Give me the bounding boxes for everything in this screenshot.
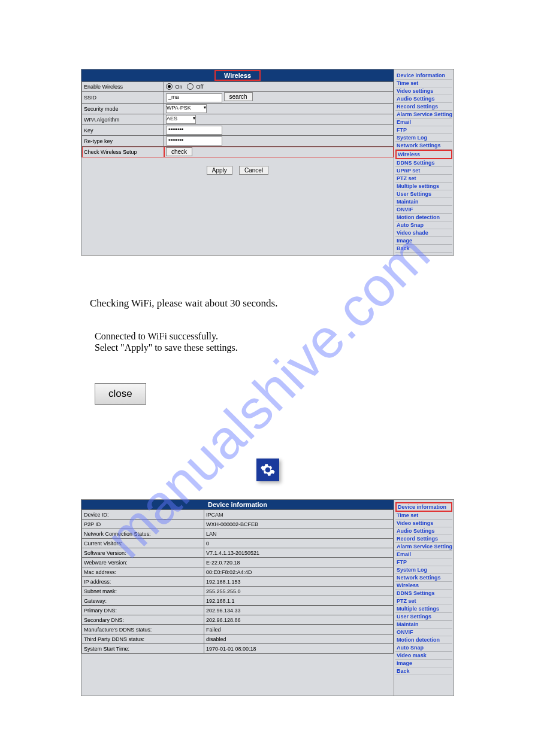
checking-wifi-text: Checking WiFi, please wait about 30 seco… xyxy=(90,297,535,309)
retype-key-input[interactable]: •••••••• xyxy=(166,136,222,145)
label-retype-key: Re-type key xyxy=(82,136,164,147)
sidebar-item-auto-snap[interactable]: Auto Snap xyxy=(395,644,452,652)
info-value: disabled xyxy=(204,634,394,644)
sidebar-item-audio-settings[interactable]: Audio Settings xyxy=(395,95,452,103)
sidebar-item-record-settings[interactable]: Record Settings xyxy=(395,103,452,111)
radio-off-label: Off xyxy=(197,84,204,90)
wireless-sidebar: Device informationTime setVideo settings… xyxy=(394,69,454,255)
info-value: 255.255.255.0 xyxy=(204,587,394,596)
sidebar-item-ptz-set[interactable]: PTZ set xyxy=(395,597,452,605)
radio-off[interactable] xyxy=(187,83,194,90)
sidebar-item-network-settings[interactable]: Network Settings xyxy=(395,574,452,582)
gear-icon xyxy=(256,459,279,481)
info-label: Gateway: xyxy=(82,596,204,606)
info-value: LAN xyxy=(204,529,394,539)
label-security-mode: Security mode xyxy=(82,104,164,114)
sidebar-item-ddns-settings[interactable]: DDNS Settings xyxy=(395,590,452,597)
sidebar-item-ftp[interactable]: FTP xyxy=(395,558,452,566)
sidebar-item-video-settings[interactable]: Video settings xyxy=(395,520,452,527)
connected-text-block: Connected to WiFi successfully. Select "… xyxy=(95,330,535,353)
sidebar-item-maintain[interactable]: Maintain xyxy=(395,621,452,629)
sidebar-item-alarm-service-settings[interactable]: Alarm Service Settings xyxy=(395,543,452,551)
info-label: Secondary DNS: xyxy=(82,615,204,625)
info-label: Webware Version: xyxy=(82,558,204,567)
sidebar-item-onvif[interactable]: ONVIF xyxy=(395,629,452,636)
sidebar-item-upnp-set[interactable]: UPnP set xyxy=(395,167,452,175)
apply-button[interactable]: Apply xyxy=(207,166,232,175)
sidebar-item-video-settings[interactable]: Video settings xyxy=(395,87,452,95)
sidebar-item-image[interactable]: Image xyxy=(395,660,452,667)
close-button[interactable]: close xyxy=(95,383,146,405)
sidebar-item-motion-detection[interactable]: Motion detection xyxy=(395,636,452,644)
sidebar-item-video-shade[interactable]: Video shade xyxy=(395,229,452,237)
sidebar-item-user-settings[interactable]: User Settings xyxy=(395,190,452,198)
info-value: V7.1.4.1.13-20150521 xyxy=(204,548,394,558)
sidebar-item-device-information[interactable]: Device information xyxy=(395,502,452,512)
info-value: E-22.0.720.18 xyxy=(204,558,394,567)
sidebar-item-auto-snap[interactable]: Auto Snap xyxy=(395,221,452,229)
sidebar-item-wireless[interactable]: Wireless xyxy=(395,150,452,159)
wireless-titlebar: Wireless xyxy=(81,69,394,81)
info-label: Device ID: xyxy=(82,510,204,520)
sidebar-item-motion-detection[interactable]: Motion detection xyxy=(395,214,452,221)
info-value: IPCAM xyxy=(204,510,394,520)
sidebar-item-user-settings[interactable]: User Settings xyxy=(395,613,452,621)
sidebar-item-email[interactable]: Email xyxy=(395,551,452,558)
sidebar-item-multiple-settings[interactable]: Multiple settings xyxy=(395,605,452,613)
sidebar-item-ftp[interactable]: FTP xyxy=(395,126,452,134)
info-label: IP address: xyxy=(82,577,204,587)
info-label: Network Connection Status: xyxy=(82,529,204,539)
info-label: Manufacture's DDNS status: xyxy=(82,625,204,634)
info-value: 202.96.128.86 xyxy=(204,615,394,625)
ssid-input[interactable]: _ma xyxy=(166,93,222,102)
info-label: Mac address: xyxy=(82,567,204,577)
info-value: Failed xyxy=(204,625,394,634)
label-wpa-algorithm: WPA Algorithm xyxy=(82,114,164,125)
radio-on[interactable] xyxy=(166,83,173,90)
wireless-panel: Wireless Enable Wireless On Off SSID xyxy=(81,69,454,256)
sidebar-item-back[interactable]: Back xyxy=(395,245,452,253)
sidebar-item-image[interactable]: Image xyxy=(395,237,452,245)
info-label: Current Visitors: xyxy=(82,539,204,548)
info-label: Primary DNS: xyxy=(82,606,204,615)
sidebar-item-wireless[interactable]: Wireless xyxy=(395,582,452,590)
connected-text: Connected to WiFi successfully. xyxy=(95,330,535,342)
sidebar-item-record-settings[interactable]: Record Settings xyxy=(395,535,452,543)
label-check-setup: Check Wireless Setup xyxy=(82,147,164,157)
search-button[interactable]: search xyxy=(224,92,253,101)
sidebar-item-email[interactable]: Email xyxy=(395,119,452,126)
sidebar-item-maintain[interactable]: Maintain xyxy=(395,198,452,206)
sidebar-item-device-information[interactable]: Device information xyxy=(395,72,452,80)
radio-on-label: On xyxy=(176,84,183,90)
info-value: 00:E0:F8:02:A4:4D xyxy=(204,567,394,577)
sidebar-item-network-settings[interactable]: Network Settings xyxy=(395,142,452,150)
info-value: WXH-000002-BCFEB xyxy=(204,520,394,529)
wpa-algorithm-select[interactable]: AES xyxy=(166,115,196,124)
device-info-table: Device ID:IPCAMP2P IDWXH-000002-BCFEBNet… xyxy=(81,509,394,654)
device-info-titlebar: Device information xyxy=(81,500,394,509)
info-value: 0 xyxy=(204,539,394,548)
sidebar-item-ptz-set[interactable]: PTZ set xyxy=(395,175,452,183)
device-info-panel: Device information Device ID:IPCAMP2P ID… xyxy=(81,499,454,696)
sidebar-item-time-set[interactable]: Time set xyxy=(395,512,452,520)
info-label: Software Version: xyxy=(82,548,204,558)
device-info-title: Device information xyxy=(200,500,276,509)
sidebar-item-audio-settings[interactable]: Audio Settings xyxy=(395,527,452,535)
sidebar-item-onvif[interactable]: ONVIF xyxy=(395,206,452,214)
sidebar-item-system-log[interactable]: System Log xyxy=(395,134,452,142)
cancel-button[interactable]: Cancel xyxy=(239,166,268,175)
select-apply-text: Select "Apply" to save these settings. xyxy=(95,342,535,353)
sidebar-item-back[interactable]: Back xyxy=(395,667,452,675)
sidebar-item-video-mask[interactable]: Video mask xyxy=(395,652,452,660)
sidebar-item-ddns-settings[interactable]: DDNS Settings xyxy=(395,159,452,167)
key-input[interactable]: •••••••• xyxy=(166,126,222,135)
sidebar-item-alarm-service-settings[interactable]: Alarm Service Settings xyxy=(395,111,452,119)
sidebar-item-multiple-settings[interactable]: Multiple settings xyxy=(395,183,452,190)
info-label: Subnet mask: xyxy=(82,587,204,596)
check-button[interactable]: check xyxy=(166,147,192,156)
security-mode-select[interactable]: WPA-PSK xyxy=(166,104,207,113)
sidebar-item-system-log[interactable]: System Log xyxy=(395,566,452,574)
info-value: 202.96.134.33 xyxy=(204,606,394,615)
label-enable-wireless: Enable Wireless xyxy=(82,82,164,92)
sidebar-item-time-set[interactable]: Time set xyxy=(395,80,452,87)
